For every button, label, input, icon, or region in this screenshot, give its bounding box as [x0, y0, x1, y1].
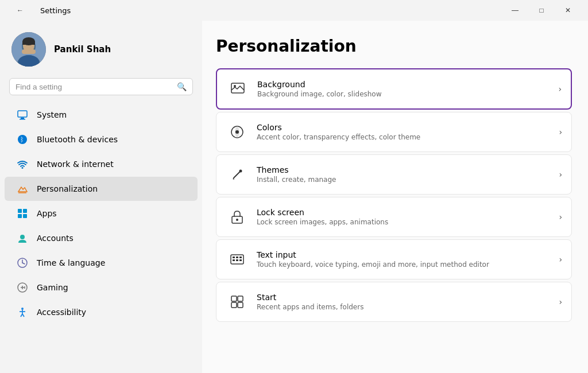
svg-rect-49 — [238, 296, 243, 301]
colors-chevron: › — [559, 127, 562, 137]
svg-point-40 — [236, 219, 238, 221]
sidebar-item-time-label: Time & language — [37, 258, 105, 267]
textinput-text: Text input Touch keyboard, voice typing,… — [257, 250, 559, 269]
titlebar: ← Settings — □ ✕ — [0, 0, 588, 21]
background-label: Background — [257, 80, 558, 89]
svg-point-36 — [235, 130, 239, 134]
themes-label: Themes — [257, 165, 559, 174]
maximize-button[interactable]: □ — [528, 0, 555, 21]
setting-item-lockscreen[interactable]: Lock screen Lock screen images, apps, an… — [216, 197, 572, 237]
textinput-icon — [226, 248, 249, 271]
colors-text: Colors Accent color, transparency effect… — [257, 123, 559, 141]
lockscreen-icon — [226, 205, 249, 228]
sidebar-item-accessibility[interactable]: Accessibility — [5, 300, 198, 324]
setting-item-themes[interactable]: Themes Install, create, manage › — [216, 154, 572, 195]
apps-icon — [16, 207, 29, 220]
sidebar-item-network-label: Network & internet — [37, 160, 114, 169]
svg-rect-10 — [20, 119, 25, 120]
back-button[interactable]: ← — [7, 0, 33, 21]
sidebar-item-system-label: System — [37, 110, 67, 119]
page-title: Personalization — [216, 37, 572, 56]
sidebar: Pankil Shah 🔍 System — [0, 21, 202, 373]
avatar — [11, 32, 46, 67]
setting-item-textinput[interactable]: Text input Touch keyboard, voice typing,… — [216, 239, 572, 279]
sidebar-item-accessibility-label: Accessibility — [37, 308, 86, 317]
sidebar-item-personalization[interactable]: Personalization — [5, 177, 198, 201]
lockscreen-label: Lock screen — [257, 208, 559, 217]
sidebar-item-time[interactable]: Time & language — [5, 251, 198, 275]
start-desc: Recent apps and items, folders — [257, 303, 559, 311]
bluetooth-icon: ᛒ — [16, 133, 29, 146]
sidebar-item-system[interactable]: System — [5, 103, 198, 127]
svg-rect-51 — [238, 302, 243, 308]
svg-line-22 — [22, 263, 25, 264]
sidebar-item-gaming-label: Gaming — [37, 283, 68, 292]
svg-rect-48 — [231, 296, 237, 301]
sidebar-item-network[interactable]: Network & internet — [5, 152, 198, 176]
svg-rect-9 — [21, 118, 24, 119]
background-text: Background Background image, color, slid… — [257, 80, 558, 98]
svg-rect-18 — [23, 214, 27, 218]
lockscreen-desc: Lock screen images, apps, animations — [257, 218, 559, 226]
svg-rect-45 — [233, 259, 235, 261]
sidebar-item-accounts[interactable]: Accounts — [5, 226, 198, 250]
sidebar-item-apps[interactable]: Apps — [5, 201, 198, 226]
svg-rect-4 — [22, 49, 36, 54]
search-input[interactable] — [16, 83, 172, 91]
colors-label: Colors — [257, 123, 559, 132]
svg-point-34 — [234, 85, 236, 87]
app-body: Pankil Shah 🔍 System — [0, 21, 588, 373]
sidebar-item-accounts-label: Accounts — [37, 234, 74, 243]
colors-desc: Accent color, transparency effects, colo… — [257, 133, 559, 141]
svg-rect-8 — [18, 111, 27, 117]
time-icon — [16, 257, 29, 269]
titlebar-controls: — □ ✕ — [502, 0, 581, 21]
sidebar-item-bluetooth[interactable]: ᛒ Bluetooth & devices — [5, 127, 198, 151]
svg-rect-47 — [239, 259, 242, 261]
svg-rect-15 — [18, 209, 22, 213]
user-name: Pankil Shah — [54, 44, 111, 55]
lockscreen-text: Lock screen Lock screen images, apps, an… — [257, 208, 559, 226]
nav-list: System ᛒ Bluetooth & devices — [0, 102, 202, 325]
start-chevron: › — [559, 297, 562, 306]
themes-icon — [226, 163, 249, 186]
svg-rect-50 — [231, 302, 237, 308]
titlebar-title: Settings — [40, 6, 71, 15]
search-container: 🔍 — [0, 76, 202, 102]
start-text: Start Recent apps and items, folders — [257, 293, 559, 311]
svg-rect-42 — [233, 257, 235, 258]
svg-rect-16 — [23, 209, 27, 213]
textinput-chevron: › — [559, 255, 562, 264]
textinput-label: Text input — [257, 250, 559, 259]
network-icon — [16, 158, 29, 170]
svg-point-27 — [24, 287, 25, 289]
lockscreen-chevron: › — [559, 212, 562, 222]
start-label: Start — [257, 293, 559, 302]
minimize-button[interactable]: — — [502, 0, 528, 21]
background-desc: Background image, color, slideshow — [257, 90, 558, 98]
svg-point-38 — [239, 170, 242, 173]
system-icon — [16, 108, 29, 121]
svg-point-28 — [21, 308, 24, 310]
personalization-icon — [16, 182, 29, 195]
colors-icon — [226, 121, 249, 143]
sidebar-item-gaming[interactable]: Gaming — [5, 275, 198, 300]
sidebar-item-bluetooth-label: Bluetooth & devices — [37, 135, 118, 144]
svg-rect-44 — [239, 257, 242, 258]
setting-item-colors[interactable]: Colors Accent color, transparency effect… — [216, 112, 572, 152]
search-icon: 🔍 — [177, 82, 187, 91]
textinput-desc: Touch keyboard, voice typing, emoji and … — [257, 261, 559, 269]
setting-item-background[interactable]: Background Background image, color, slid… — [216, 68, 572, 110]
sidebar-item-personalization-label: Personalization — [37, 184, 98, 193]
start-icon — [226, 290, 249, 313]
search-box[interactable]: 🔍 — [9, 78, 193, 95]
content-area: Personalization Background Background im… — [202, 21, 588, 373]
accessibility-icon — [16, 306, 29, 318]
svg-rect-6 — [22, 41, 35, 45]
setting-item-start[interactable]: Start Recent apps and items, folders › — [216, 282, 572, 322]
gaming-icon — [16, 281, 29, 294]
svg-rect-46 — [236, 259, 238, 261]
close-button[interactable]: ✕ — [555, 0, 581, 21]
svg-line-32 — [22, 314, 24, 317]
svg-point-26 — [24, 286, 25, 287]
